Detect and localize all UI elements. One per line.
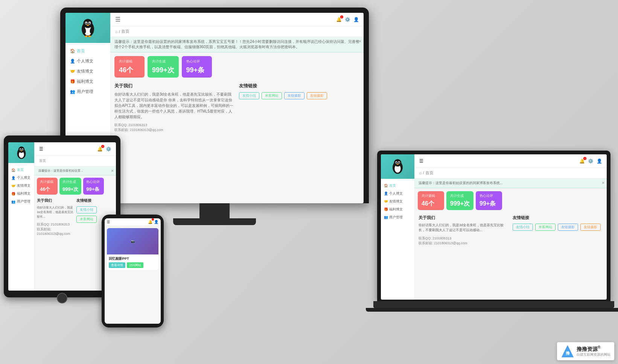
phone-app: ☰ 🔔 👤 📷 回忆舰影PPT 查看详情 [105,218,161,324]
laptop-base [373,301,614,308]
phone-header: ☰ 🔔 👤 [105,218,161,226]
phone-notification[interactable]: 🔔 [148,220,152,224]
tablet-app: 🏠首页 👤个人博文 🤝友情博文 🎁福利博文 👥用户管理 [8,142,116,291]
laptop-alert-close[interactable]: × [602,180,604,186]
stat-total-value: 46个 [119,65,140,75]
tablet-nav-personal[interactable]: 👤个人博文 [8,174,34,182]
laptop-nav-home[interactable]: 🏠 首页 [381,182,414,190]
tablet-users-icon: 👥 [11,200,15,204]
friend-link-2[interactable]: 米客网站 [262,92,282,99]
monitor-base [173,218,256,225]
tablet-header-icons: 🔔3 ⚙️ [97,146,111,152]
tablet-friend-links-title: 友情链接 [76,198,114,203]
svg-point-2 [83,19,92,28]
laptop-friend-link-1[interactable]: 友情小结 [513,224,533,231]
laptop-stat-total-label: 共计摄稿 [422,193,440,198]
menu-icon[interactable]: ☰ [115,16,120,23]
laptop-friend-link-2[interactable]: 米客网站 [535,224,556,231]
laptop-settings-icon[interactable]: ⚙️ [588,158,594,164]
laptop-friend-link-4[interactable]: 友链摄影 [580,224,601,231]
svg-point-13 [88,35,91,37]
svg-point-21 [20,150,22,151]
tablet-stat-comment: 热心论评 99+条 [83,178,104,195]
laptop-lid: 🏠 首页 👤 个人博文 🤝 友情博文 🎁 福利博文 👥 用户管理 ☰ 🔔3 ⚙️ [377,151,610,301]
sidebar-item-welfare[interactable]: 🎁 福利博文 [65,76,110,87]
badge-dot: 3 [340,15,343,18]
laptop-nav-friend[interactable]: 🤝 友情博文 [381,198,414,206]
tablet-breadcrumb: 首页 [35,156,116,166]
phone-visit-btn[interactable]: 访问网站 [127,262,143,268]
phone-device: ☰ 🔔 👤 📷 回忆舰影PPT 查看详情 [102,215,164,331]
qq-info: 联系QQ: 2101806313 [114,123,235,128]
laptop-sidebar-nav: 🏠 首页 👤 个人博文 🤝 友情博文 🎁 福利博文 👥 用户管理 [381,179,414,300]
laptop-stat-ai: 共计生成 999+次 [446,191,473,210]
laptop-nav-users[interactable]: 👥 用户管理 [381,213,414,221]
tablet-badge: 3 [101,145,104,148]
tablet-nav-users[interactable]: 👥用户管理 [8,198,34,206]
tablet-nav-friend[interactable]: 🤝友情博文 [8,182,34,190]
stat-card-total: 共计摄稿 46个 [114,56,145,78]
phone-card-body: 回忆舰影PPT 查看详情 访问网站 [107,254,158,270]
laptop-menu-icon[interactable]: ☰ [419,158,423,164]
phone-view-btn[interactable]: 查看详情 [109,262,125,268]
phone-menu-icon[interactable]: ☰ [107,220,110,224]
tablet-about: 关于我们 你好访客大人们们的，我是3d全名朱旺，他是基先宝比较长... 联系QQ… [37,198,74,289]
watermark-logo-icon: 撸 [561,344,574,358]
tablet-alert: 温馨提示：这里是你最初始设置... × [35,166,116,175]
tablet-stat-ai: 共计生成 999+次 [59,178,81,195]
tablet-alert-close[interactable]: × [111,168,114,174]
sidebar-item-personal[interactable]: 👤 个人博文 [65,56,110,66]
laptop-alert-text: 温馨提示：这里是你最初始设置的的回家博客发布系统... [419,181,503,185]
phone-avatar-small[interactable]: 👤 [154,220,158,224]
desktop-main: ☰ 🔔 3 ⚙️ 👤 ⌂ / 首页 [111,13,364,203]
alert-close-button[interactable]: × [359,38,361,45]
phone-card-buttons: 查看详情 访问网站 [109,262,157,268]
personal-icon: 👤 [70,59,75,64]
sidebar-item-friend[interactable]: 🤝 友情博文 [65,66,110,76]
tablet-friend-link-2[interactable]: 米客网站 [76,216,97,223]
tablet-stat-ai-label: 共计生成 [62,180,78,184]
phone-frame: ☰ 🔔 👤 📷 回忆舰影PPT 查看详情 [102,215,164,327]
laptop-friend-links: 友情链接 友情小结 米客网站 友链摄影 友链摄影 [513,215,603,297]
laptop-app: 🏠 首页 👤 个人博文 🤝 友情博文 🎁 福利博文 👥 用户管理 ☰ 🔔3 ⚙️ [381,154,607,300]
tablet-friend-link-1[interactable]: 友情小结 [76,206,97,213]
tablet-settings-icon[interactable]: ⚙️ [106,146,111,152]
tablet-nav-welfare[interactable]: 🎁福利博文 [8,190,34,198]
laptop-avatar-small[interactable]: 👤 [597,158,602,164]
tablet-header: ☰ 🔔3 ⚙️ [35,142,116,156]
stat-ai-value: 999+次 [152,65,174,75]
phone-post-card: 📷 回忆舰影PPT 查看详情 访问网站 [107,228,158,270]
tablet-notification[interactable]: 🔔3 [97,146,103,152]
tablet-meta: 联系QQ: 2101806313联系邮箱: 2101806313@qq.com [37,222,74,236]
sidebar-item-home[interactable]: 🏠 首页 [65,46,110,56]
tablet-home-button[interactable] [57,293,67,303]
laptop-friend-links-list: 友情小结 米客网站 友链摄影 友链摄影 [513,224,603,231]
laptop-notification[interactable]: 🔔3 [579,158,585,164]
watermark: 撸 撸撸资源® 白嫖互联网资源的网站 [557,342,614,360]
laptop-nav-welfare[interactable]: 🎁 福利博文 [381,206,414,213]
sidebar-item-users[interactable]: 👥 用户管理 [65,87,110,97]
users-icon: 👥 [70,89,75,94]
tablet-stat-total-value: 46个 [40,186,55,193]
laptop-header-icons: 🔔3 ⚙️ 👤 [579,158,602,164]
phone-badge [152,218,154,221]
notification-badge[interactable]: 🔔 3 [336,17,342,22]
friend-link-3[interactable]: 友链摄影 [284,92,304,99]
laptop-avatar [381,154,414,179]
tablet-menu-icon[interactable]: ☰ [39,146,43,152]
tablet-avatar [8,142,34,163]
friend-link-1[interactable]: 友情小结 [239,92,259,99]
tablet-stat-total: 共计摄稿 46个 [37,178,58,195]
settings-icon[interactable]: ⚙️ [345,17,350,22]
tablet-stat-total-label: 共计摄稿 [40,180,55,184]
phone-screen: ☰ 🔔 👤 📷 回忆舰影PPT 查看详情 [105,218,161,324]
tablet-nav-home[interactable]: 🏠首页 [8,166,34,174]
laptop-nav-personal[interactable]: 👤 个人博文 [381,190,414,198]
avatar-small[interactable]: 👤 [353,17,359,22]
breadcrumb-home: ⌂ [115,29,118,34]
about-title: 关于我们 [114,83,235,89]
friend-link-4[interactable]: 友链摄影 [307,92,327,99]
laptop-screen: 🏠 首页 👤 个人博文 🤝 友情博文 🎁 福利博文 👥 用户管理 ☰ 🔔3 ⚙️ [381,154,607,300]
header-icons: 🔔 3 ⚙️ 👤 [336,17,359,22]
laptop-friend-link-3[interactable]: 友链摄影 [558,224,578,231]
